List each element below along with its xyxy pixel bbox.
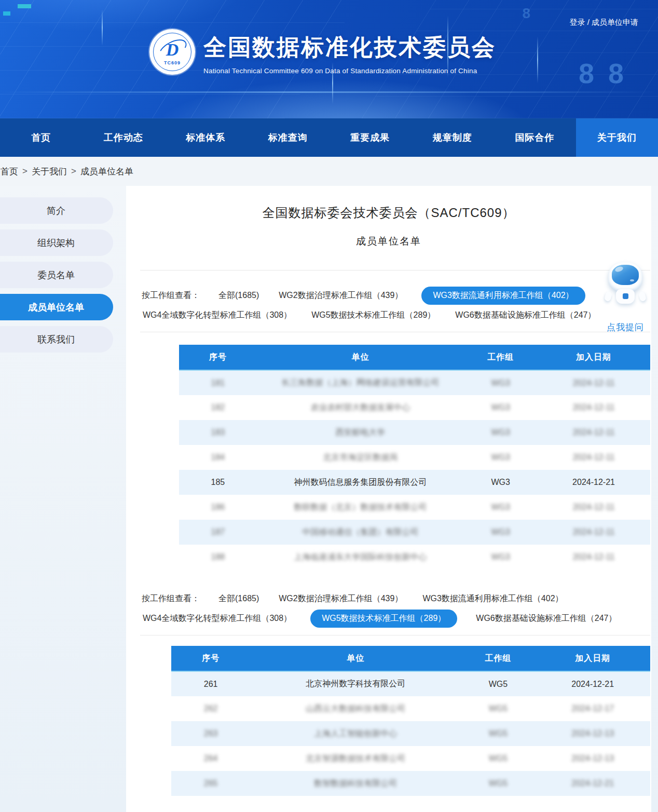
cell-no: 184 — [179, 445, 257, 470]
filter2-chip-wg6[interactable]: WG6数据基础设施标准工作组（247） — [475, 610, 618, 628]
filter1-chip-all[interactable]: 全部(1685) — [217, 287, 260, 305]
divider — [140, 332, 650, 332]
breadcrumb-current: 成员单位名单 — [80, 166, 133, 178]
cell-no: 187 — [179, 520, 257, 545]
sidebar: 简介 组织架构 委员名单 成员单位名单 联系我们 — [0, 197, 120, 358]
header-unit: 单位 — [257, 345, 464, 370]
cell-workgroup: WG3 — [464, 495, 537, 520]
breadcrumb-about[interactable]: 关于我们 — [32, 166, 67, 178]
cell-no: 263 — [171, 721, 250, 746]
divider — [140, 270, 650, 270]
nav-item-standard-search[interactable]: 标准查询 — [247, 118, 330, 157]
table-row: 182 农业农村部大数据发展中心 WG3 2024-12-11 — [179, 395, 650, 420]
filter1-chip-wg3[interactable]: WG3数据流通利用标准工作组（402） — [421, 287, 585, 305]
header-join-date: 加入日期 — [537, 345, 650, 370]
banner-digits-decoration: 8 8 — [579, 57, 627, 89]
breadcrumb-separator: > — [22, 166, 28, 177]
assistant-widget[interactable]: 点我提问 — [600, 262, 650, 333]
cell-workgroup: WG5 — [461, 696, 535, 721]
cell-join-date: 2024-12-21 — [535, 671, 650, 696]
cell-no: 183 — [179, 420, 257, 445]
tc609-logo-inner: D TC609 — [153, 33, 191, 71]
filter-row: WG4全域数字化转型标准工作组（308） WG5数据技术标准工作组（289） W… — [142, 609, 651, 628]
nav-item-standard-system[interactable]: 标准体系 — [164, 118, 247, 157]
sidebar-item-committee-list[interactable]: 委员名单 — [0, 262, 113, 288]
cell-workgroup: WG5 — [461, 721, 535, 746]
filter-row: 按工作组查看： 全部(1685) WG2数据治理标准工作组（439） WG3数据… — [142, 286, 651, 305]
workgroup-filter-2: 按工作组查看： 全部(1685) WG2数据治理标准工作组（439） WG3数据… — [142, 589, 651, 628]
login-apply-link[interactable]: 登录 / 成员单位申请 — [569, 18, 638, 28]
cell-workgroup: WG3 — [464, 395, 537, 420]
table-row: 263 上海人工智能创新中心 WG5 2024-12-13 — [171, 721, 650, 746]
robot-body-icon — [616, 289, 635, 304]
cell-workgroup: WG3 — [464, 420, 537, 445]
table-row: 264 北京智源数据技术有限公司 WG5 2024-12-13 — [171, 746, 650, 771]
cell-workgroup: WG3 — [464, 445, 537, 470]
cell-join-date: 2024-12-11 — [537, 395, 650, 420]
sidebar-item-org-structure[interactable]: 组织架构 — [0, 229, 113, 256]
site-title-chinese: 全国数据标准化技术委员会 — [203, 32, 496, 63]
table-row: 185 神州数码信息服务集团股份有限公司 WG3 2024-12-21 — [179, 470, 650, 495]
header-unit: 单位 — [250, 646, 461, 671]
filter2-chip-all[interactable]: 全部(1685) — [217, 590, 260, 608]
filter-prefix-label: 按工作组查看： — [142, 593, 200, 604]
table-row: 261 北京神州数字科技有限公司 WG5 2024-12-21 — [171, 671, 650, 696]
nav-item-about-us[interactable]: 关于我们 — [576, 118, 658, 157]
filter1-chip-wg4[interactable]: WG4全域数字化转型标准工作组（308） — [142, 306, 293, 324]
robot-arm-icon — [604, 291, 612, 302]
cell-join-date: 2024-12-21 — [535, 771, 650, 796]
cell-unit: 农业农村部大数据发展中心 — [257, 395, 464, 420]
sidebar-item-member-units[interactable]: 成员单位名单 — [0, 294, 113, 320]
cell-join-date: 2024-12-13 — [535, 721, 650, 746]
cell-join-date: 2024-12-11 — [537, 420, 650, 445]
table-row: 265 数智数据科技有限公司 WG5 2024-12-21 — [171, 771, 650, 796]
cell-join-date: 2024-12-11 — [537, 370, 650, 395]
nav-item-home[interactable]: 首页 — [0, 118, 83, 157]
site-title-english: National Technical Committee 609 on Data… — [203, 67, 496, 75]
cell-no: 264 — [171, 746, 250, 771]
table-row: 184 北京市海淀区数据局 WG3 2024-12-11 — [179, 445, 650, 470]
breadcrumb-home[interactable]: 首页 — [1, 166, 18, 178]
filter1-chip-wg5[interactable]: WG5数据技术标准工作组（289） — [310, 306, 436, 324]
filter1-chip-wg6[interactable]: WG6数据基础设施标准工作组（247） — [454, 306, 597, 324]
site-brand: D TC609 全国数据标准化技术委员会 National Technical … — [149, 29, 496, 75]
page-subtitle: 成员单位名单 — [126, 235, 651, 248]
member-units-table-wg3: 序号 单位 工作组 加入日期 181 长三角数据（上海）网络建设运营有限公司 W… — [179, 345, 650, 570]
sidebar-item-intro[interactable]: 简介 — [0, 197, 113, 224]
robot-mascot-icon — [608, 262, 642, 292]
cell-workgroup: WG5 — [461, 671, 535, 696]
filter2-chip-wg3[interactable]: WG3数据流通利用标准工作组（402） — [421, 590, 564, 608]
nav-item-regulations[interactable]: 规章制度 — [412, 118, 494, 157]
banner-line-decoration — [537, 36, 538, 83]
filter2-chip-wg2[interactable]: WG2数据治理标准工作组（439） — [278, 590, 404, 608]
cell-unit: 数联数据（北京）数据技术有限公司 — [257, 495, 464, 520]
breadcrumb: 首页 > 关于我们 > 成员单位名单 — [0, 157, 658, 186]
nav-item-international[interactable]: 国际合作 — [494, 118, 576, 157]
main-nav: 首页 工作动态 标准体系 标准查询 重要成果 规章制度 国际合作 关于我们 — [0, 118, 658, 157]
assistant-label[interactable]: 点我提问 — [600, 321, 650, 333]
logo-tc-number: TC609 — [164, 60, 181, 65]
cell-no: 181 — [179, 370, 257, 395]
cell-unit: 上海人工智能创新中心 — [250, 721, 461, 746]
cell-no: 262 — [171, 696, 250, 721]
robot-arm-icon — [638, 291, 647, 302]
filter2-chip-wg4[interactable]: WG4全域数字化转型标准工作组（308） — [142, 610, 293, 628]
workgroup-filter-1: 按工作组查看： 全部(1685) WG2数据治理标准工作组（439） WG3数据… — [142, 286, 651, 324]
header-workgroup: 工作组 — [464, 345, 537, 370]
filter2-chip-wg5[interactable]: WG5数据技术标准工作组（289） — [310, 610, 457, 628]
cell-unit: 中国移动通信（集团）有限公司 — [257, 520, 464, 545]
cell-workgroup: WG3 — [464, 470, 537, 495]
nav-item-key-results[interactable]: 重要成果 — [329, 118, 412, 157]
table-header-row: 序号 单位 工作组 加入日期 — [171, 646, 650, 671]
sidebar-item-contact-us[interactable]: 联系我们 — [0, 326, 113, 353]
filter-row: 按工作组查看： 全部(1685) WG2数据治理标准工作组（439） WG3数据… — [142, 589, 651, 608]
filter1-chip-wg2[interactable]: WG2数据治理标准工作组（439） — [278, 287, 404, 305]
nav-item-work-news[interactable]: 工作动态 — [83, 118, 165, 157]
cell-workgroup: WG5 — [461, 746, 535, 771]
cell-unit: 北京智源数据技术有限公司 — [250, 746, 461, 771]
cell-unit: 长三角数据（上海）网络建设运营有限公司 — [257, 370, 464, 395]
site-titles: 全国数据标准化技术委员会 National Technical Committe… — [203, 29, 496, 75]
cell-unit: 山西云大数据科技有限公司 — [250, 696, 461, 721]
cell-workgroup: WG3 — [464, 520, 537, 545]
cell-unit: 北京市海淀区数据局 — [257, 445, 464, 470]
